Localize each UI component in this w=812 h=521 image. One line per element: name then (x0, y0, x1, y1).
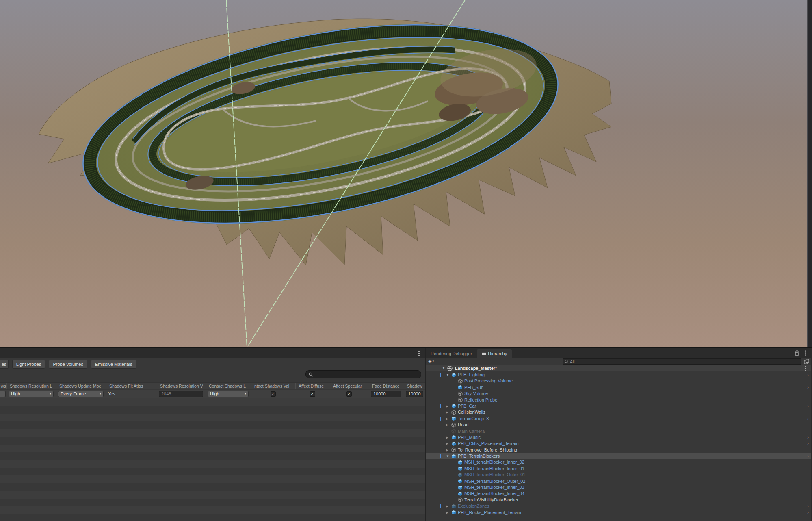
hierarchy-row-road[interactable]: ▶Road (426, 422, 811, 428)
tab-label: Probe Volumes (53, 362, 83, 367)
gameobject-cube-icon (451, 423, 456, 428)
add-object-button[interactable]: + ▾ (428, 358, 434, 364)
chevron-expanded-icon[interactable]: ▼ (442, 366, 445, 370)
cell-5: High▾ (206, 390, 251, 398)
object-name: MSH_terrainBlocker_Inner_01 (464, 466, 524, 471)
hierarchy-row-post processing volume[interactable]: Post Processing Volume (426, 378, 811, 384)
text-field-9[interactable]: 10000 (371, 391, 401, 397)
debugger-tab-emissive-materials[interactable]: Emissive Materials (91, 360, 136, 369)
open-prefab-chevron-icon[interactable]: › (807, 416, 809, 421)
debugger-tab-row: esLight ProbesProbe VolumesEmissive Mate… (0, 359, 136, 369)
hierarchy-panel: Rendering Debugger Hierarchy + (426, 348, 812, 521)
dropdown-cutoff[interactable] (0, 391, 6, 397)
chevron-collapsed-icon[interactable]: ▶ (446, 511, 448, 514)
chevron-collapsed-icon[interactable]: ▶ (446, 404, 448, 408)
hierarchy-search-input[interactable]: All (563, 358, 801, 365)
scene-name: Landscape_Master* (455, 366, 497, 371)
object-name: CollisionWalls (458, 410, 485, 415)
tab-hierarchy[interactable]: Hierarchy (477, 349, 512, 358)
open-prefab-chevron-icon[interactable]: › (807, 504, 809, 509)
open-prefab-chevron-icon[interactable]: › (807, 372, 809, 378)
open-prefab-chevron-icon[interactable]: › (807, 435, 809, 440)
hierarchy-row-sky volume[interactable]: Sky Volume (426, 391, 811, 397)
chevron-collapsed-icon[interactable]: ▶ (446, 423, 448, 427)
hierarchy-row-msh_terrainblocker_inner_04[interactable]: MSH_terrainBlocker_Inner_04 (426, 491, 811, 497)
search-window-icon[interactable] (804, 359, 809, 364)
hierarchy-menu-icon[interactable] (803, 350, 808, 356)
scene-menu-icon[interactable] (802, 366, 808, 371)
chevron-collapsed-icon[interactable]: ▶ (446, 504, 448, 508)
scene-header-row[interactable]: ▼ Landscape_Master* (426, 365, 811, 371)
object-name: MSH_terrainBlocker_Outer_01 (464, 472, 525, 477)
debugger-tab-es[interactable]: es (0, 360, 9, 369)
hierarchy-row-to_remove_before_shipping[interactable]: ▶To_Remove_Before_Shipping (426, 447, 811, 453)
dropdown-2[interactable]: Every Frame▾ (58, 391, 104, 397)
prefab-cube-icon (451, 404, 456, 408)
tab-label: Hierarchy (488, 351, 507, 356)
open-prefab-chevron-icon[interactable]: › (807, 510, 809, 515)
hierarchy-row-pfb_lighting[interactable]: ▼PFB_Lighting› (426, 372, 811, 378)
chevron-collapsed-icon[interactable]: ▶ (446, 410, 448, 414)
dropdown-1[interactable]: High▾ (9, 391, 54, 397)
open-prefab-chevron-icon[interactable]: › (807, 404, 809, 409)
chevron-down-icon: ▾ (50, 392, 51, 395)
hierarchy-row-msh_terrainblocker_inner_02[interactable]: MSH_terrainBlocker_Inner_02 (426, 459, 811, 465)
open-prefab-chevron-icon[interactable]: › (807, 454, 809, 459)
hierarchy-row-collisionwalls[interactable]: ▶CollisionWalls (426, 409, 811, 415)
search-icon (565, 360, 569, 364)
debugger-tab-probe-volumes[interactable]: Probe Volumes (49, 360, 87, 369)
checkbox-wrap: ✓ (253, 391, 293, 397)
gameobject-cube-icon (458, 497, 463, 502)
hierarchy-row-terraingroup_3[interactable]: ▶TerrainGroup_3› (426, 416, 811, 422)
checkbox-8[interactable]: ✓ (346, 391, 352, 397)
left-panel-menu-icon[interactable] (416, 350, 422, 356)
object-name: TerrainVisibilityDataBlocker (464, 497, 518, 502)
unity-scene-icon (447, 366, 453, 371)
hierarchy-row-main camera[interactable]: Main Camera (426, 428, 811, 434)
list-icon (482, 352, 486, 355)
shadow-settings-header-row: wsShadows Resolution LShadows Update Moc… (0, 382, 425, 389)
debugger-search-input[interactable] (305, 370, 421, 378)
hierarchy-row-terrainvisibilitydatablocker[interactable]: TerrainVisibilityDataBlocker (426, 497, 811, 503)
hierarchy-row-msh_terrainblocker_outer_01[interactable]: MSH_terrainBlocker_Outer_01 (426, 472, 811, 478)
hierarchy-row-msh_terrainblocker_inner_03[interactable]: MSH_terrainBlocker_Inner_03 (426, 484, 811, 491)
hierarchy-row-msh_terrainblocker_inner_01[interactable]: MSH_terrainBlocker_Inner_01 (426, 466, 811, 472)
hierarchy-row-msh_terrainblocker_outer_02[interactable]: MSH_terrainBlocker_Outer_02 (426, 478, 811, 484)
column-header-5: Contact Shadows L (206, 383, 251, 389)
chevron-expanded-icon[interactable]: ▼ (446, 373, 449, 377)
hierarchy-row-reflection probe[interactable]: Reflection Probe (426, 397, 811, 403)
table-empty-rows (0, 398, 425, 521)
prefab-override-bar (440, 417, 441, 421)
debugger-tab-light-probes[interactable]: Light Probes (12, 360, 45, 369)
object-name: MSH_terrainBlocker_Outer_02 (464, 479, 525, 484)
scene-view[interactable] (0, 0, 812, 348)
prefab-cube-icon (451, 373, 456, 378)
hierarchy-row-exclusionzones[interactable]: ▶ExclusionZones› (426, 503, 811, 509)
chevron-collapsed-icon[interactable]: ▶ (446, 436, 448, 439)
hierarchy-row-pfb_sun[interactable]: PFB_Sun› (426, 384, 811, 391)
hierarchy-row-pfb_terrainblockers[interactable]: ▼PFB_TerrainBlockers› (426, 453, 811, 459)
hierarchy-row-pfb_music[interactable]: ▶PFB_Music› (426, 434, 811, 441)
prefab-cube-icon (451, 416, 456, 421)
tab-label: Light Probes (16, 362, 41, 367)
dropdown-value: High (11, 391, 20, 396)
chevron-collapsed-icon[interactable]: ▶ (446, 448, 448, 452)
column-header-label: Shadow (407, 384, 422, 389)
open-prefab-chevron-icon[interactable]: › (807, 441, 809, 446)
chevron-collapsed-icon[interactable]: ▶ (446, 417, 448, 421)
checkbox-7[interactable]: ✓ (310, 391, 315, 397)
scene-viewport[interactable] (0, 0, 812, 348)
hierarchy-row-pfb_cliffs_placement_terrain[interactable]: ▶PFB_Cliffs_Placement_Terrain› (426, 441, 811, 447)
hierarchy-row-pfb_rocks_placement_terrain[interactable]: ▶PFB_Rocks_Placement_Terrain› (426, 510, 811, 516)
chevron-expanded-icon[interactable]: ▼ (446, 454, 449, 458)
dropdown-5[interactable]: High▾ (208, 391, 249, 397)
tab-rendering-debugger[interactable]: Rendering Debugger (426, 349, 477, 358)
chevron-collapsed-icon[interactable]: ▶ (446, 442, 448, 445)
open-prefab-chevron-icon[interactable]: › (807, 385, 809, 390)
text-field-10[interactable]: 10000 (406, 391, 423, 397)
cell-0 (0, 390, 6, 398)
cell-7: ✓ (295, 390, 330, 398)
prefab-cube-icon (458, 485, 463, 490)
hierarchy-row-pfb_car[interactable]: ▶PFB_Car› (426, 403, 811, 409)
lock-icon[interactable] (795, 350, 799, 356)
